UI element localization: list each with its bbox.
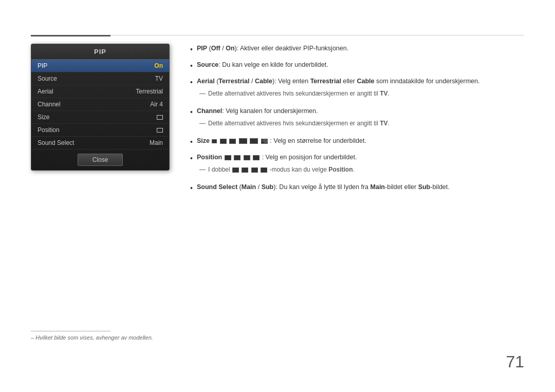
chapter-indicator xyxy=(31,35,110,36)
bullet-position: • Position : Velg en posisjon for underb… xyxy=(190,153,524,177)
pip-value: On xyxy=(154,62,163,69)
menu-row-pip[interactable]: PIP On xyxy=(31,60,169,72)
right-panel: • PIP (Off / On): Aktiver eller deaktive… xyxy=(190,44,524,199)
size-label: Size xyxy=(38,114,49,121)
pos-icon-4 xyxy=(253,155,260,160)
size-icon-2 xyxy=(220,139,227,144)
pip-description: PIP (Off / On): Aktiver eller deaktiver … xyxy=(197,44,348,53)
tv-menu-title: PIP xyxy=(31,44,169,60)
pip-label: PIP xyxy=(38,62,47,69)
size-icon-1 xyxy=(212,139,217,143)
bullet-dot: • xyxy=(190,137,193,147)
aerial-value: Terrestrial xyxy=(136,88,163,95)
position-value xyxy=(156,126,163,134)
bullet-aerial: • Aerial (Terrestrial / Cable): Velg ent… xyxy=(190,77,524,101)
menu-close-area: Close xyxy=(31,150,169,170)
aerial-label: Aerial xyxy=(38,88,53,95)
bullet-dot: • xyxy=(190,77,193,88)
page-number: 71 xyxy=(506,352,524,371)
bullet-dot: • xyxy=(190,153,193,164)
pos-icon-3 xyxy=(244,155,250,160)
left-panel: PIP PIP On Source TV Aerial Terrestrial … xyxy=(31,44,170,171)
menu-row-channel[interactable]: Channel Air 4 xyxy=(31,98,169,111)
menu-row-position[interactable]: Position xyxy=(31,124,169,137)
sound-select-description: Sound Select (Main / Sub): Du kan velge … xyxy=(197,182,450,192)
size-description: Size : Velg en størrelse for underbildet… xyxy=(197,136,366,146)
bullet-size: • Size : Velg en størrelse for underbild… xyxy=(190,136,524,147)
footer-divider xyxy=(31,331,110,331)
size-icon-3 xyxy=(229,139,236,144)
description-list: • PIP (Off / On): Aktiver eller deaktive… xyxy=(190,44,524,194)
position-label: Position xyxy=(38,126,60,134)
close-button[interactable]: Close xyxy=(78,154,123,166)
size-icon-5 xyxy=(250,138,258,144)
channel-value: Air 4 xyxy=(150,101,163,108)
bullet-source: • Source: Du kan velge en kilde for unde… xyxy=(190,60,524,71)
source-value: TV xyxy=(155,75,163,82)
bullet-sound-select: • Sound Select (Main / Sub): Du kan velg… xyxy=(190,182,524,194)
channel-label: Channel xyxy=(38,101,61,108)
tv-menu: PIP PIP On Source TV Aerial Terrestrial … xyxy=(31,44,170,171)
menu-row-source[interactable]: Source TV xyxy=(31,72,169,85)
menu-row-size[interactable]: Size xyxy=(31,111,169,124)
position-description: Position : Velg en posisjon for underbil… xyxy=(197,153,357,162)
footer-note: – Hvilket bilde som vises, avhenger av m… xyxy=(31,331,153,341)
menu-row-sound-select[interactable]: Sound Select Main xyxy=(31,137,169,150)
bullet-dot: • xyxy=(190,107,193,118)
source-label: Source xyxy=(38,75,57,82)
footer-text: – Hvilket bilde som vises, avhenger av m… xyxy=(31,334,153,341)
sound-select-label: Sound Select xyxy=(38,139,74,146)
pos-dbl-icon-3 xyxy=(251,167,258,173)
pos-icon-2 xyxy=(234,155,240,160)
pos-dbl-icon-2 xyxy=(242,167,248,173)
position-subnote: — I dobbel -modus kan du velge Position. xyxy=(199,165,355,174)
bullet-dot: • xyxy=(190,183,193,194)
sound-select-value: Main xyxy=(150,139,163,146)
bullet-pip: • PIP (Off / On): Aktiver eller deaktive… xyxy=(190,44,524,55)
source-description: Source: Du kan velge en kilde for underb… xyxy=(197,60,328,70)
pos-icon-1 xyxy=(225,155,231,160)
position-icon xyxy=(157,128,163,133)
size-icon-4 xyxy=(239,138,247,144)
aerial-description: Aerial (Terrestrial / Cable): Velg enten… xyxy=(197,77,480,86)
menu-row-aerial[interactable]: Aerial Terrestrial xyxy=(31,85,169,98)
size-icon-6 xyxy=(261,139,268,144)
aerial-subnote: — Dette alternativet aktiveres hvis seku… xyxy=(199,89,390,98)
size-icon xyxy=(157,115,163,120)
bullet-dot: • xyxy=(190,61,193,71)
size-value xyxy=(156,114,163,121)
pos-dbl-icon-4 xyxy=(261,167,267,173)
channel-subnote: — Dette alternativet aktiveres hvis seku… xyxy=(199,119,390,128)
bullet-channel: • Channel: Velg kanalen for underskjerme… xyxy=(190,106,524,131)
bullet-dot: • xyxy=(190,44,193,55)
pos-dbl-icon-1 xyxy=(232,167,239,173)
channel-description: Channel: Velg kanalen for underskjermen. xyxy=(197,106,318,116)
